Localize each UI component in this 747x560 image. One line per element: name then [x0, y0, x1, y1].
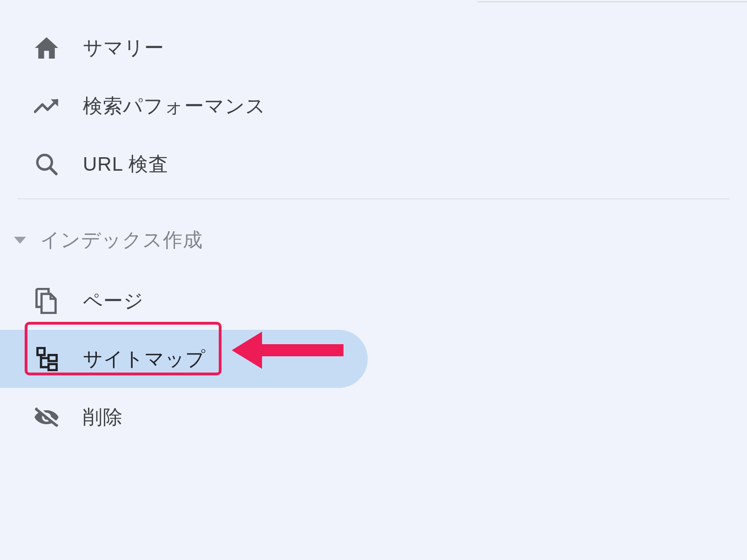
section-divider: [18, 199, 729, 199]
sidebar-item-label: サイトマップ: [83, 346, 206, 372]
pages-icon: [34, 288, 60, 314]
sidebar-item-label: 検索パフォーマンス: [83, 93, 266, 119]
sidebar-item-sitemaps[interactable]: サイトマップ: [0, 330, 368, 388]
sidebar-item-label: ページ: [83, 288, 144, 314]
sidebar-nav: サマリー 検索パフォーマンス URL 検査 インデックス作成: [0, 0, 747, 446]
trending-up-icon: [34, 93, 60, 119]
section-label: インデックス作成: [40, 227, 203, 253]
home-icon: [34, 35, 60, 61]
svg-line-1: [50, 168, 56, 174]
top-divider-line: [477, 1, 747, 2]
caret-down-icon: [14, 237, 26, 244]
search-icon: [34, 151, 60, 177]
svg-rect-2: [38, 348, 45, 355]
svg-rect-4: [48, 364, 56, 370]
visibility-off-icon: [34, 404, 60, 430]
section-header-indexing[interactable]: インデックス作成: [0, 208, 747, 272]
sidebar-item-removals[interactable]: 削除: [0, 388, 747, 446]
sidebar-item-performance[interactable]: 検索パフォーマンス: [0, 77, 747, 135]
sidebar-item-summary[interactable]: サマリー: [0, 19, 747, 77]
sidebar-item-pages[interactable]: ページ: [0, 272, 747, 330]
sidebar-item-label: 削除: [83, 404, 123, 430]
sidebar-item-label: サマリー: [83, 35, 164, 61]
sidebar-item-label: URL 検査: [83, 151, 168, 177]
sidebar-item-url-inspect[interactable]: URL 検査: [0, 135, 747, 193]
sitemap-icon: [34, 346, 60, 372]
svg-rect-3: [48, 355, 56, 361]
